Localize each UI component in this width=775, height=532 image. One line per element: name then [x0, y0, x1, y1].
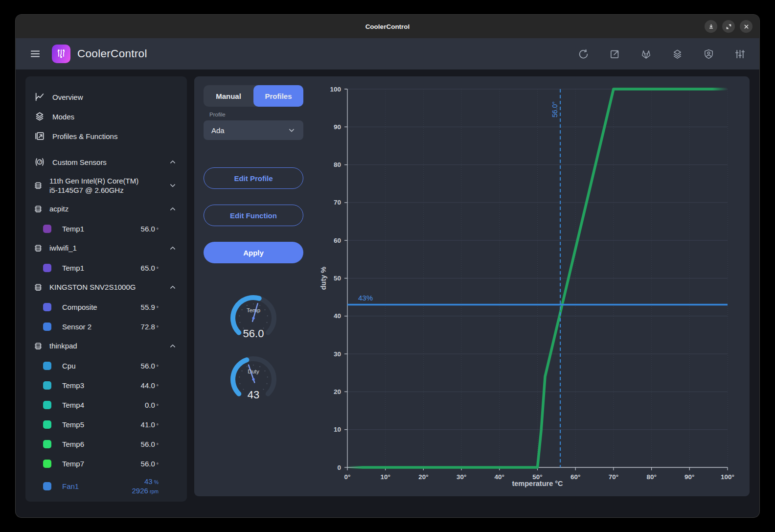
- sensor-label: Fan1: [62, 482, 79, 490]
- sensor-row[interactable]: Temp165.0°: [25, 258, 187, 278]
- sensor-label: Temp3: [62, 381, 84, 390]
- sensor-color-swatch: [43, 440, 51, 448]
- sidebar-item-overview[interactable]: Overview: [25, 87, 187, 107]
- refresh-button[interactable]: [578, 48, 589, 60]
- sensor-color-swatch: [43, 401, 51, 409]
- svg-text:80: 80: [334, 161, 341, 168]
- sensor-row[interactable]: Temp756.0°: [25, 454, 187, 473]
- fullscreen-button[interactable]: [722, 20, 735, 33]
- sensor-label: Cpu: [62, 362, 76, 370]
- device-row[interactable]: thinkpad: [25, 336, 187, 356]
- sensor-value: 0.0°: [145, 401, 159, 409]
- sidebar-devices: 11th Gen Intel(R) Core(TM) i5-1145G7 @ 2…: [25, 172, 187, 499]
- sensor-color-swatch: [43, 303, 51, 311]
- temp-annotation: 56.0°: [551, 101, 559, 117]
- sensor-value: 56.0°: [141, 460, 159, 468]
- sidebar-item-label: Modes: [52, 113, 74, 121]
- sensor-row[interactable]: Cpu56.0°: [25, 356, 187, 375]
- layers-icon: [672, 48, 683, 60]
- chip-icon: [33, 243, 43, 253]
- app-header: CoolerControl: [16, 38, 759, 69]
- sensor-value: 72.8°: [141, 323, 159, 331]
- close-icon: [743, 23, 750, 30]
- close-button[interactable]: [740, 20, 752, 33]
- sidebar-item-modes[interactable]: Modes: [25, 107, 187, 126]
- external-link-button[interactable]: [609, 48, 620, 60]
- sensor-label: Temp7: [62, 460, 84, 468]
- settings-button[interactable]: [734, 48, 746, 60]
- chart-line-icon: [34, 92, 45, 102]
- sensor-value: 65.0°: [141, 264, 159, 272]
- window-title: CoolerControl: [365, 23, 410, 30]
- svg-text:50: 50: [334, 275, 341, 282]
- svg-text:10°: 10°: [380, 473, 390, 481]
- chevron-up-icon: [168, 283, 177, 292]
- external-link-icon: [609, 48, 620, 60]
- chevron-up-icon: [168, 205, 177, 213]
- sensor-row[interactable]: Fan143%2926rpm: [25, 473, 187, 499]
- sensor-label: Temp1: [62, 264, 84, 272]
- function-icon: f: [34, 157, 45, 167]
- refresh-icon: [578, 48, 589, 60]
- svg-text:60: 60: [334, 237, 341, 244]
- access-button[interactable]: [703, 48, 714, 60]
- sidebar-item-custom-sensors[interactable]: fCustom Sensors: [25, 152, 187, 172]
- modes-header-button[interactable]: [672, 48, 683, 60]
- sensor-color-swatch: [43, 362, 51, 370]
- svg-text:30°: 30°: [456, 473, 466, 481]
- sensor-label: Temp6: [62, 440, 84, 448]
- sensor-color-swatch: [43, 420, 51, 429]
- sensor-row[interactable]: Temp541.0°: [25, 415, 187, 434]
- sensor-row[interactable]: Temp344.0°: [25, 375, 187, 395]
- gitlab-button[interactable]: [640, 48, 652, 60]
- sidebar-item-profiles-functions[interactable]: Profiles & Functions: [25, 126, 187, 146]
- sensor-color-swatch: [43, 225, 51, 233]
- svg-text:100: 100: [330, 86, 341, 93]
- layers-icon: [34, 111, 45, 122]
- profile-chart[interactable]: 01020304050607080901000°10°20°30°40°50°6…: [194, 76, 750, 496]
- sensor-color-swatch: [43, 264, 51, 272]
- download-button[interactable]: [705, 20, 717, 33]
- sensor-label: Temp5: [62, 420, 84, 429]
- sensor-row[interactable]: Sensor 272.8°: [25, 317, 187, 336]
- chip-icon: [33, 341, 43, 351]
- sensor-color-swatch: [43, 482, 51, 490]
- chip-icon: [33, 181, 43, 190]
- device-row[interactable]: KINGSTON SNV2S1000G: [25, 278, 187, 297]
- sensor-row[interactable]: Composite55.9°: [25, 297, 187, 317]
- chevron-up-icon: [168, 342, 177, 350]
- svg-text:30: 30: [334, 350, 341, 358]
- svg-text:0: 0: [337, 464, 341, 471]
- chip-icon: [33, 204, 43, 214]
- chip-icon: [33, 282, 43, 292]
- svg-text:90°: 90°: [684, 473, 694, 481]
- svg-text:20°: 20°: [418, 473, 428, 481]
- app-window: CoolerControl CoolerControl: [16, 15, 759, 517]
- device-name: thinkpad: [49, 341, 77, 350]
- sensor-row[interactable]: Temp40.0°: [25, 395, 187, 415]
- sensor-row[interactable]: Temp156.0°: [25, 219, 187, 238]
- chevron-up-icon: [168, 244, 177, 253]
- sensor-value: 56.0°: [141, 440, 159, 448]
- download-icon: [708, 23, 714, 30]
- sensor-color-swatch: [43, 460, 51, 468]
- sensor-value: 44.0°: [141, 381, 159, 390]
- sidebar: OverviewModesProfiles & FunctionsfCustom…: [25, 76, 187, 502]
- svg-text:90: 90: [334, 123, 341, 131]
- device-row[interactable]: 11th Gen Intel(R) Core(TM) i5-1145G7 @ 2…: [25, 172, 187, 199]
- titlebar[interactable]: CoolerControl: [16, 15, 759, 38]
- y-axis-label: duty %: [319, 267, 327, 290]
- sensor-row[interactable]: Temp656.0°: [25, 434, 187, 454]
- sidebar-item-label: Overview: [52, 93, 83, 101]
- svg-text:20: 20: [334, 388, 341, 395]
- x-axis-label: temperature °C: [512, 480, 563, 487]
- chevron-down-icon: [168, 181, 177, 190]
- sensor-value: 43%2926rpm: [132, 477, 159, 496]
- hamburger-icon: [29, 48, 41, 60]
- menu-button[interactable]: [29, 48, 41, 60]
- sensor-color-swatch: [43, 323, 51, 331]
- device-row[interactable]: acpitz: [25, 199, 187, 219]
- app-logo: [52, 45, 70, 63]
- device-row[interactable]: iwlwifi_1: [25, 238, 187, 258]
- chevron-up-icon: [168, 158, 177, 166]
